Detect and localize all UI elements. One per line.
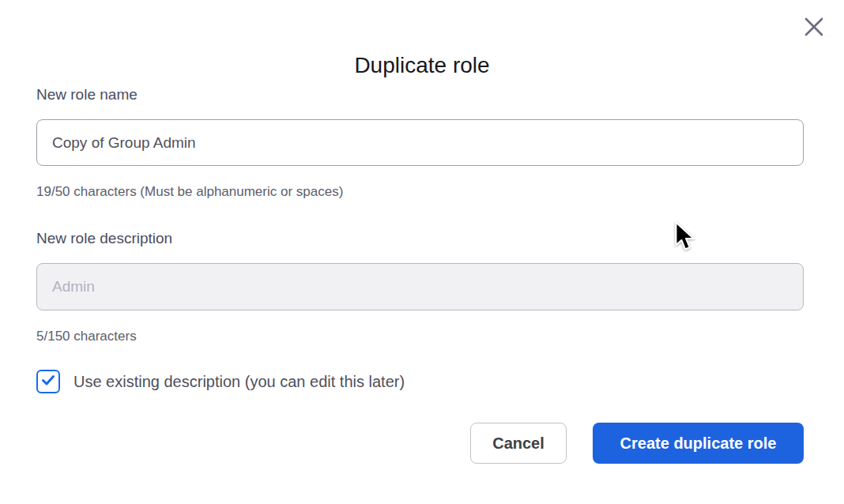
- close-button[interactable]: [803, 16, 825, 38]
- checkmark-icon: [40, 372, 56, 391]
- use-existing-description-checkbox[interactable]: [36, 370, 60, 393]
- new-role-name-label: New role name: [36, 85, 138, 103]
- create-duplicate-role-button[interactable]: Create duplicate role: [593, 423, 804, 464]
- description-helper-text: 5/150 characters: [36, 328, 137, 344]
- mouse-pointer: [674, 221, 698, 253]
- dialog-title: Duplicate role: [0, 52, 844, 79]
- dialog-footer: Cancel Create duplicate role: [470, 423, 804, 464]
- use-existing-description-label: Use existing description (you can edit t…: [73, 372, 405, 392]
- use-existing-description-row[interactable]: Use existing description (you can edit t…: [36, 370, 405, 393]
- new-role-description-label: New role description: [36, 229, 172, 247]
- new-role-name-input[interactable]: [36, 119, 804, 166]
- duplicate-role-dialog: Duplicate role New role name 19/50 chara…: [0, 0, 844, 504]
- name-helper-text: 19/50 characters (Must be alphanumeric o…: [36, 183, 343, 200]
- close-icon: [804, 17, 823, 36]
- cancel-button[interactable]: Cancel: [470, 423, 567, 464]
- new-role-description-input: [36, 263, 804, 310]
